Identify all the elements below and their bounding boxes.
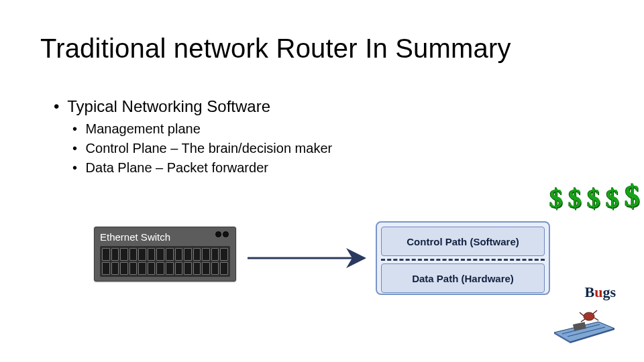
sub-bullet-1-text: Management plane <box>86 121 201 136</box>
svg-line-11 <box>594 318 598 320</box>
switch-port <box>129 262 138 275</box>
sub-bullet-3-text: Data Plane – Packet forwarder <box>86 160 268 175</box>
arrow-icon <box>245 248 372 268</box>
bugs-label: Bugs <box>585 285 616 300</box>
dollar-sign-icon: $ <box>568 185 582 212</box>
dollar-row: $ $ $ $ $ <box>549 181 640 212</box>
switch-port <box>211 248 219 261</box>
switch-port <box>111 262 119 275</box>
switch-port <box>166 248 174 261</box>
sub-bullets: • Management plane • Control Plane – The… <box>72 120 332 177</box>
dollar-sign-icon: $ <box>625 181 640 212</box>
ethernet-switch-label: Ethernet Switch <box>100 231 170 243</box>
switch-port <box>102 262 110 275</box>
data-path-label: Data Path (Hardware) <box>412 273 514 284</box>
dollar-sign-icon: $ <box>587 185 600 212</box>
switch-port-grid <box>100 246 230 277</box>
dollar-sign-icon: $ <box>606 185 619 212</box>
svg-line-10 <box>593 310 597 314</box>
switch-port <box>175 248 183 261</box>
switch-port <box>156 262 164 275</box>
switch-port <box>129 248 138 261</box>
bullet-top: • Typical Networking Software <box>54 97 332 116</box>
router-divider <box>381 259 545 261</box>
switch-port <box>202 248 210 261</box>
switch-port <box>102 248 110 261</box>
bullet-marker: • <box>72 139 82 158</box>
dollar-sign-icon: $ <box>549 185 563 212</box>
sub-bullet-2-text: Control Plane – The brain/decision maker <box>86 141 333 156</box>
switch-port <box>138 262 146 275</box>
switch-port <box>111 248 119 261</box>
control-path-label: Control Path (Software) <box>407 236 519 247</box>
slide-title: Traditional network Router In Summary <box>40 34 511 64</box>
bullet-marker: • <box>72 120 82 138</box>
sub-bullet-2: • Control Plane – The brain/decision mak… <box>72 139 332 158</box>
switch-port <box>184 248 192 261</box>
switch-port <box>193 262 201 275</box>
switch-port <box>175 262 183 275</box>
bugs-board-icon <box>550 303 617 343</box>
svg-point-7 <box>584 312 594 320</box>
bullet-marker: • <box>54 97 63 116</box>
switch-port <box>120 262 128 275</box>
bugs-graphic: Bugs <box>550 286 617 343</box>
switch-port <box>211 262 219 275</box>
switch-port <box>184 262 192 275</box>
slide: Traditional network Router In Summary • … <box>0 0 644 362</box>
switch-port <box>220 262 228 275</box>
sub-bullet-3: • Data Plane – Packet forwarder <box>72 159 332 177</box>
switch-port <box>220 248 228 261</box>
router-box: Control Path (Software) Data Path (Hardw… <box>376 221 550 295</box>
data-path-box: Data Path (Hardware) <box>381 263 545 293</box>
switch-port <box>148 248 156 261</box>
switch-port <box>202 262 210 275</box>
svg-line-8 <box>580 312 584 316</box>
switch-port <box>156 248 164 261</box>
switch-indicator-icon <box>215 231 229 237</box>
control-path-box: Control Path (Software) <box>381 227 545 256</box>
bullet-list: • Typical Networking Software • Manageme… <box>54 97 332 177</box>
bullet-top-text: Typical Networking Software <box>67 97 270 115</box>
ethernet-switch-graphic: Ethernet Switch <box>94 227 236 282</box>
switch-port <box>166 262 174 275</box>
sub-bullet-1: • Management plane <box>72 120 332 138</box>
switch-port <box>120 248 128 261</box>
switch-port <box>138 248 146 261</box>
switch-port <box>148 262 156 275</box>
svg-line-9 <box>581 319 585 322</box>
bullet-marker: • <box>72 159 82 177</box>
switch-port <box>193 248 201 261</box>
